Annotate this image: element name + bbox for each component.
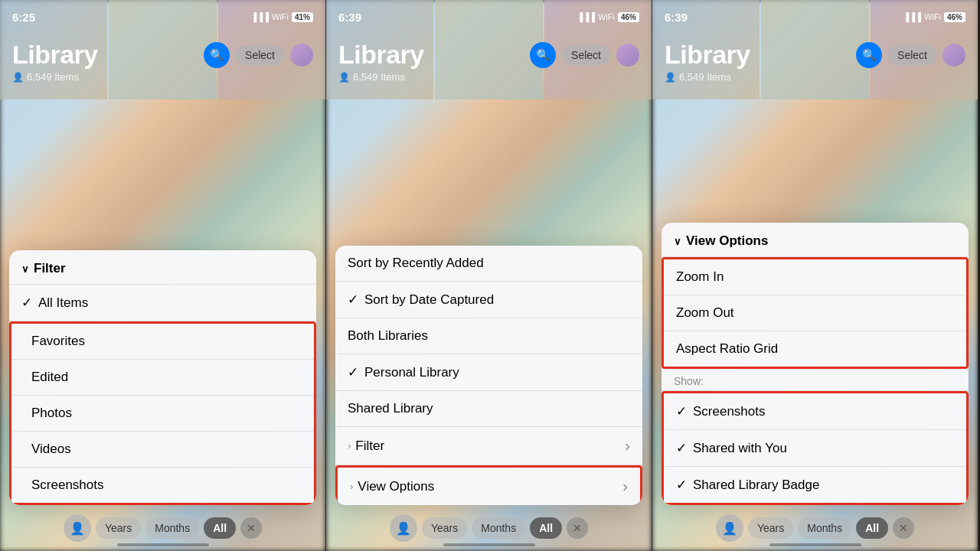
- screenshots-show-item[interactable]: Screenshots: [664, 393, 966, 430]
- tab-months-1[interactable]: Months: [145, 517, 199, 539]
- photos-label: Photos: [31, 406, 72, 421]
- person-button-2[interactable]: 👤: [390, 514, 417, 542]
- person-button-1[interactable]: 👤: [64, 514, 91, 542]
- person-icon-2: 👤: [338, 72, 350, 83]
- close-button-2[interactable]: ✕: [567, 517, 588, 539]
- videos-label: Videos: [31, 442, 71, 457]
- select-button-3[interactable]: Select: [888, 45, 936, 65]
- tab-all-2[interactable]: All: [530, 517, 562, 539]
- edited-item[interactable]: Edited: [11, 360, 314, 396]
- shared-library-badge-label: Shared Library Badge: [693, 478, 819, 493]
- status-bar-2: 6:39 ▐▐▐ WiFi 46%: [326, 0, 652, 34]
- wifi-icon-2: WiFi: [598, 12, 615, 21]
- sort-menu: Sort by Recently Added Sort by Date Capt…: [335, 246, 642, 505]
- all-items-label: All Items: [38, 295, 88, 311]
- filter-highlight-group: Favorites Edited Photos Videos Screensho…: [9, 321, 316, 505]
- signal-icon-3: ▐▐▐: [903, 12, 921, 21]
- chevron-down-icon-1: ∨: [21, 263, 29, 275]
- sort-date-captured-label: Sort by Date Captured: [364, 292, 494, 308]
- chevron-down-icon-3: ∨: [674, 236, 681, 247]
- search-button-3[interactable]: 🔍: [856, 42, 882, 68]
- sort-recently-added-label: Sort by Recently Added: [348, 256, 484, 271]
- menu-overlay-3: ∨ View Options Zoom In Zoom Out Aspect R…: [652, 223, 978, 505]
- zoom-out-item[interactable]: Zoom Out: [664, 295, 966, 331]
- photos-item[interactable]: Photos: [11, 396, 314, 432]
- sort-recently-added-item[interactable]: Sort by Recently Added: [335, 246, 642, 282]
- show-highlight-group: Screenshots Shared with You Shared Libra…: [662, 391, 969, 505]
- status-time-2: 6:39: [338, 11, 361, 24]
- bottom-bar-3: 👤 Years Months All ✕: [652, 505, 978, 551]
- shared-library-item[interactable]: Shared Library: [335, 391, 642, 427]
- view-options-item[interactable]: › View Options: [335, 465, 642, 505]
- zoom-in-label: Zoom In: [676, 269, 724, 285]
- tab-all-3[interactable]: All: [856, 517, 888, 539]
- tab-years-2[interactable]: Years: [422, 517, 467, 539]
- search-button-2[interactable]: 🔍: [530, 42, 556, 68]
- personal-library-item[interactable]: Personal Library: [335, 354, 642, 391]
- videos-item[interactable]: Videos: [11, 432, 314, 468]
- person-icon-1: 👤: [12, 72, 24, 83]
- avatar-2[interactable]: [616, 44, 639, 67]
- status-icons-2: ▐▐▐ WiFi 46%: [577, 12, 639, 22]
- filter-menu: ∨ Filter All Items Favorites Edited Phot…: [9, 250, 316, 505]
- battery-1: 41%: [292, 12, 313, 22]
- avatar-1[interactable]: [290, 44, 313, 67]
- tab-months-3[interactable]: Months: [798, 517, 851, 539]
- item-count-2: 6,549 Items: [353, 71, 405, 83]
- all-items-item[interactable]: All Items: [9, 285, 316, 321]
- favorites-item[interactable]: Favorites: [11, 324, 314, 360]
- show-section-label: Show:: [662, 369, 969, 391]
- aspect-ratio-grid-item[interactable]: Aspect Ratio Grid: [664, 331, 966, 367]
- close-button-3[interactable]: ✕: [893, 517, 914, 539]
- status-time-1: 6:25: [12, 11, 35, 24]
- search-button-1[interactable]: 🔍: [204, 42, 230, 68]
- tab-all-1[interactable]: All: [204, 517, 236, 539]
- shared-library-badge-item[interactable]: Shared Library Badge: [664, 467, 966, 503]
- zoom-highlight-group: Zoom In Zoom Out Aspect Ratio Grid: [662, 257, 969, 369]
- tab-years-1[interactable]: Years: [96, 517, 141, 539]
- header-actions-1: 🔍 Select: [204, 42, 313, 68]
- battery-2: 46%: [618, 12, 639, 22]
- screenshots-item[interactable]: Screenshots: [11, 468, 314, 503]
- tab-years-3[interactable]: Years: [748, 517, 793, 539]
- view-options-nav-label: View Options: [358, 479, 434, 494]
- header-actions-3: 🔍 Select: [856, 42, 965, 68]
- select-button-2[interactable]: Select: [562, 45, 610, 65]
- view-options-menu: ∨ View Options Zoom In Zoom Out Aspect R…: [662, 223, 969, 505]
- select-button-1[interactable]: Select: [236, 45, 284, 65]
- close-button-1[interactable]: ✕: [240, 517, 262, 539]
- tab-months-2[interactable]: Months: [472, 517, 525, 539]
- header-subtitle-3: 👤 6,549 Items: [665, 71, 965, 83]
- person-button-3[interactable]: 👤: [716, 514, 743, 542]
- header-2: Library 🔍 Select 👤 6,549 Items: [326, 34, 652, 87]
- filter-label: Filter: [34, 261, 66, 276]
- bottom-bar-2: 👤 Years Months All ✕: [326, 505, 652, 551]
- shared-with-you-label: Shared with You: [693, 441, 787, 456]
- both-libraries-item[interactable]: Both Libraries: [335, 318, 642, 354]
- status-bar-1: 6:25 ▐▐▐ WiFi 41%: [0, 0, 325, 34]
- header-row-1: Library 🔍 Select: [12, 40, 313, 70]
- page-title-1: Library: [12, 40, 98, 70]
- phone-panel-3: 6:39 ▐▐▐ WiFi 46% Library 🔍 Select 👤 6,5…: [652, 0, 978, 551]
- wifi-icon-1: WiFi: [272, 12, 289, 21]
- status-time-3: 6:39: [665, 11, 688, 24]
- sort-date-captured-item[interactable]: Sort by Date Captured: [335, 282, 642, 318]
- battery-3: 46%: [944, 12, 965, 22]
- header-actions-2: 🔍 Select: [530, 42, 639, 68]
- avatar-3[interactable]: [942, 44, 965, 67]
- screenshots-show-label: Screenshots: [693, 404, 766, 419]
- phone-panel-1: 6:25 ▐▐▐ WiFi 41% Library 🔍 Select 👤 6,5…: [0, 0, 326, 551]
- shared-with-you-item[interactable]: Shared with You: [664, 430, 966, 467]
- zoom-in-item[interactable]: Zoom In: [664, 259, 966, 295]
- header-3: Library 🔍 Select 👤 6,549 Items: [652, 34, 978, 87]
- filter-item[interactable]: › Filter: [335, 427, 642, 465]
- item-count-3: 6,549 Items: [679, 71, 731, 83]
- view-options-header-label: View Options: [686, 233, 768, 249]
- screenshots-label: Screenshots: [31, 478, 104, 493]
- menu-overlay-2: Sort by Recently Added Sort by Date Capt…: [326, 246, 652, 505]
- menu-overlay-1: ∨ Filter All Items Favorites Edited Phot…: [0, 250, 325, 505]
- signal-icon-2: ▐▐▐: [577, 12, 595, 21]
- aspect-ratio-grid-label: Aspect Ratio Grid: [676, 341, 778, 357]
- both-libraries-label: Both Libraries: [348, 328, 428, 344]
- status-bar-3: 6:39 ▐▐▐ WiFi 46%: [652, 0, 978, 34]
